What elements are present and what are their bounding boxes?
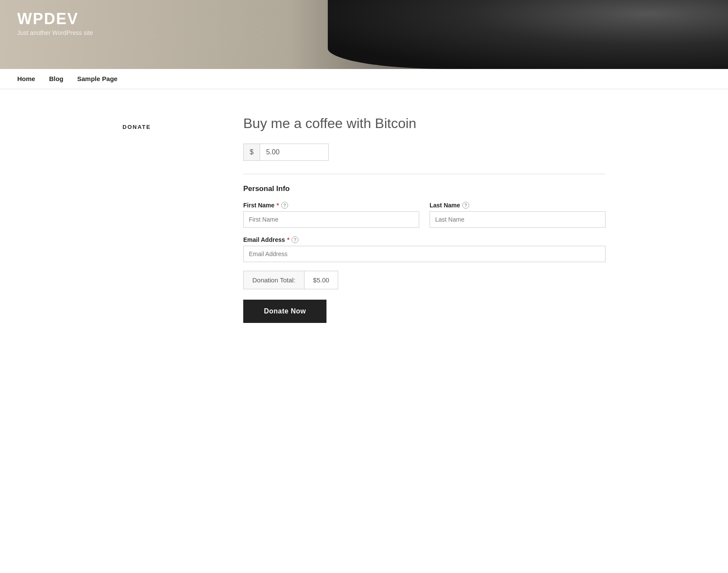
email-group: Email Address * ? <box>243 236 606 262</box>
site-title: WPDEV <box>17 10 93 28</box>
email-help-icon[interactable]: ? <box>292 236 298 243</box>
email-label: Email Address * ? <box>243 236 606 243</box>
donation-heading: Buy me a coffee with Bitcoin <box>243 115 606 132</box>
site-content: DONATE Buy me a coffee with Bitcoin $ Pe… <box>105 89 623 349</box>
site-header: WPDEV Just another WordPress site <box>0 0 728 69</box>
donation-total-label: Donation Total: <box>244 271 304 289</box>
site-nav: Home Blog Sample Page <box>0 69 728 89</box>
last-name-input[interactable] <box>430 211 606 228</box>
nav-item-sample-page[interactable]: Sample Page <box>77 75 117 83</box>
name-form-row: First Name * ? Last Name ? <box>243 202 606 228</box>
email-input[interactable] <box>243 246 606 262</box>
nav-item-blog[interactable]: Blog <box>49 75 63 83</box>
nav-item-home[interactable]: Home <box>17 75 35 83</box>
nav-link-home[interactable]: Home <box>17 75 35 82</box>
last-name-group: Last Name ? <box>430 202 606 228</box>
donation-total-row: Donation Total: $5.00 <box>243 271 338 289</box>
email-required: * <box>287 236 289 243</box>
donation-total-value: $5.00 <box>304 271 338 289</box>
site-description: Just another WordPress site <box>17 29 93 36</box>
amount-row: $ <box>243 144 338 161</box>
sidebar: DONATE <box>122 115 209 323</box>
main-area: Buy me a coffee with Bitcoin $ Personal … <box>243 115 606 323</box>
email-form-row: Email Address * ? <box>243 236 606 262</box>
nav-link-blog[interactable]: Blog <box>49 75 63 82</box>
first-name-input[interactable] <box>243 211 419 228</box>
last-name-label: Last Name ? <box>430 202 606 209</box>
personal-info-title: Personal Info <box>243 185 606 193</box>
first-name-label: First Name * ? <box>243 202 419 209</box>
last-name-help-icon[interactable]: ? <box>462 202 469 209</box>
donate-now-button[interactable]: Donate Now <box>243 300 326 323</box>
sidebar-title: DONATE <box>122 124 209 130</box>
site-branding: WPDEV Just another WordPress site <box>17 10 93 36</box>
first-name-help-icon[interactable]: ? <box>281 202 288 209</box>
nav-link-sample-page[interactable]: Sample Page <box>77 75 117 82</box>
section-divider <box>243 174 606 174</box>
first-name-required: * <box>276 202 279 209</box>
amount-input[interactable] <box>260 144 329 161</box>
nav-list: Home Blog Sample Page <box>17 69 711 89</box>
currency-symbol: $ <box>243 144 260 161</box>
first-name-group: First Name * ? <box>243 202 419 228</box>
